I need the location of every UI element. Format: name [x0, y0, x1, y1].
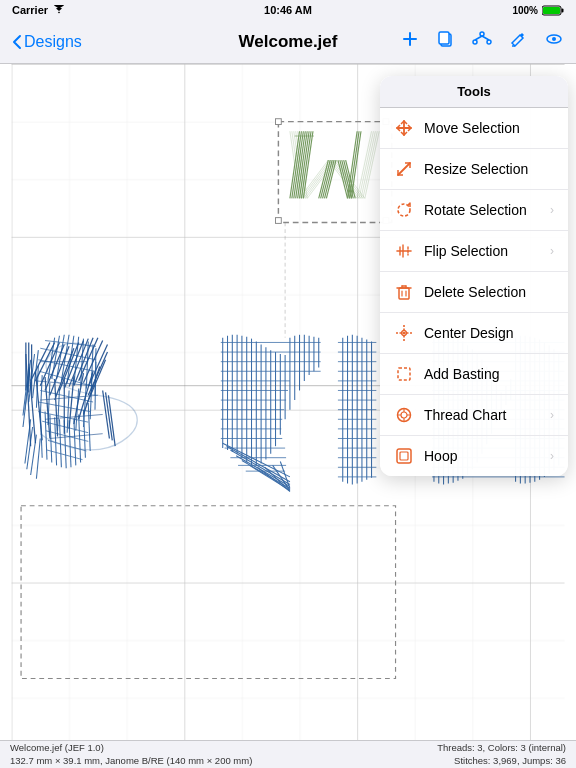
status-time: 10:46 AM — [264, 4, 312, 16]
back-button[interactable]: Designs — [12, 33, 82, 51]
tools-panel: Tools Move Selection — [380, 76, 568, 476]
eye-icon[interactable] — [544, 29, 564, 54]
bottom-bar: Welcome.jef (JEF 1.0) 132.7 mm × 39.1 mm… — [0, 740, 576, 768]
nav-title: Welcome.jef — [239, 32, 338, 52]
share-icon[interactable] — [472, 29, 492, 54]
nav-icons — [400, 29, 564, 54]
battery-icon — [542, 5, 564, 16]
pencil-icon[interactable] — [508, 29, 528, 54]
tool-basting-label: Add Basting — [424, 366, 554, 382]
thread-chevron: › — [550, 408, 554, 422]
svg-point-247 — [398, 204, 410, 216]
svg-line-11 — [482, 36, 489, 40]
tool-hoop[interactable]: Hoop › — [380, 436, 568, 476]
tool-move-label: Move Selection — [424, 120, 554, 136]
canvas-area[interactable]: Tools Move Selection — [0, 64, 576, 740]
svg-point-14 — [552, 37, 556, 41]
threads-info: Threads: 3, Colors: 3 (internal) — [437, 742, 566, 754]
tool-flip[interactable]: Flip Selection › — [380, 231, 568, 272]
tools-header: Tools — [380, 76, 568, 108]
tool-thread-label: Thread Chart — [424, 407, 550, 423]
tool-resize[interactable]: Resize Selection — [380, 149, 568, 190]
tool-rotate[interactable]: Rotate Selection › — [380, 190, 568, 231]
rotate-icon — [394, 200, 414, 220]
svg-point-8 — [473, 40, 477, 44]
tool-hoop-label: Hoop — [424, 448, 550, 464]
tool-move[interactable]: Move Selection — [380, 108, 568, 149]
tool-flip-label: Flip Selection — [424, 243, 550, 259]
tool-delete[interactable]: Delete Selection — [380, 272, 568, 313]
tool-delete-label: Delete Selection — [424, 284, 554, 300]
carrier-label: Carrier — [12, 4, 48, 16]
svg-rect-240 — [276, 218, 282, 224]
basting-icon — [394, 364, 414, 384]
svg-line-246 — [398, 163, 410, 175]
svg-rect-252 — [399, 288, 409, 299]
flip-chevron: › — [550, 244, 554, 258]
tool-rotate-label: Rotate Selection — [424, 202, 550, 218]
bottom-left: Welcome.jef (JEF 1.0) 132.7 mm × 39.1 mm… — [10, 742, 252, 767]
nav-bar: Designs Welcome.jef — [0, 20, 576, 64]
status-left: Carrier — [12, 4, 66, 16]
svg-rect-4 — [403, 38, 417, 40]
svg-rect-263 — [398, 368, 410, 380]
trash-icon — [394, 282, 414, 302]
tool-basting[interactable]: Add Basting — [380, 354, 568, 395]
svg-line-10 — [475, 36, 482, 40]
svg-point-265 — [401, 412, 407, 418]
svg-rect-238 — [276, 119, 282, 125]
svg-rect-270 — [397, 449, 411, 463]
status-right: 100% — [512, 5, 564, 16]
status-bar: Carrier 10:46 AM 100% — [0, 0, 576, 20]
tool-center[interactable]: Center Design — [380, 313, 568, 354]
add-icon[interactable] — [400, 29, 420, 54]
tool-thread[interactable]: Thread Chart › — [380, 395, 568, 436]
tool-center-label: Center Design — [424, 325, 554, 341]
move-icon — [394, 118, 414, 138]
svg-rect-1 — [562, 8, 564, 12]
chevron-left-icon — [12, 34, 22, 50]
stitches-info: Stitches: 3,969, Jumps: 36 — [454, 755, 566, 767]
svg-rect-271 — [400, 452, 408, 460]
svg-rect-2 — [543, 7, 560, 14]
rotate-chevron: › — [550, 203, 554, 217]
flip-icon — [394, 241, 414, 261]
battery-label: 100% — [512, 5, 538, 16]
center-icon — [394, 323, 414, 343]
svg-point-9 — [487, 40, 491, 44]
tool-resize-label: Resize Selection — [424, 161, 554, 177]
svg-rect-6 — [439, 32, 449, 44]
resize-icon — [394, 159, 414, 179]
hoop-icon — [394, 446, 414, 466]
wifi-icon — [52, 5, 66, 15]
bottom-right: Threads: 3, Colors: 3 (internal) Stitche… — [437, 742, 566, 767]
svg-point-7 — [480, 32, 484, 36]
back-label: Designs — [24, 33, 82, 51]
hoop-chevron: › — [550, 449, 554, 463]
thread-icon — [394, 405, 414, 425]
copy-icon[interactable] — [436, 29, 456, 54]
filename-type: Welcome.jef (JEF 1.0) — [10, 742, 252, 754]
dimensions: 132.7 mm × 39.1 mm, Janome B/RE (140 mm … — [10, 755, 252, 767]
